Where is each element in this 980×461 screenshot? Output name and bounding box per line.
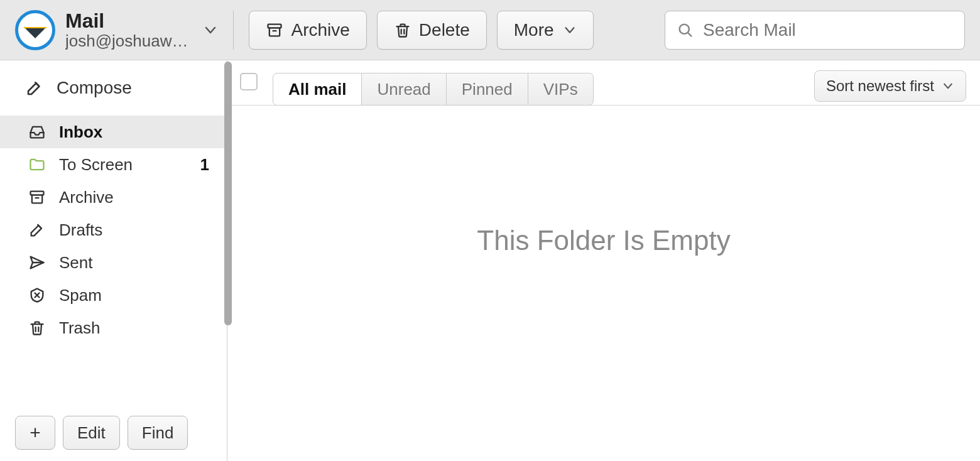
trash-icon bbox=[394, 21, 411, 39]
svg-rect-2 bbox=[31, 192, 44, 195]
sidebar-item-inbox[interactable]: Inbox bbox=[0, 116, 227, 148]
compose-label: Compose bbox=[57, 78, 132, 98]
tab-label: Pinned bbox=[462, 80, 513, 99]
sidebar-item-label: Drafts bbox=[59, 220, 102, 240]
archive-label: Archive bbox=[291, 20, 349, 40]
account-email: josh@joshuaw… bbox=[65, 32, 188, 50]
trash-icon bbox=[28, 319, 46, 337]
divider bbox=[233, 11, 234, 50]
sort-dropdown[interactable]: Sort newest first bbox=[814, 70, 966, 102]
sidebar: Compose Inbox To Screen 1 bbox=[0, 60, 227, 461]
compose-icon bbox=[25, 79, 44, 97]
tab-unread[interactable]: Unread bbox=[361, 73, 446, 106]
search-input[interactable] bbox=[703, 20, 953, 40]
chevron-down-icon bbox=[563, 23, 577, 37]
tab-label: All mail bbox=[288, 80, 346, 99]
filter-tabs: All mail Unread Pinned VIPs bbox=[273, 73, 594, 106]
find-button[interactable]: Find bbox=[128, 416, 188, 450]
sent-icon bbox=[28, 254, 46, 271]
archive-icon bbox=[266, 21, 283, 39]
empty-state: This Folder Is Empty bbox=[227, 106, 980, 461]
sidebar-item-trash[interactable]: Trash bbox=[0, 312, 227, 344]
edit-label: Edit bbox=[77, 423, 106, 443]
folder-icon bbox=[28, 156, 46, 173]
scrollbar-thumb[interactable] bbox=[224, 62, 232, 325]
spam-icon bbox=[28, 286, 46, 304]
chevron-down-icon bbox=[942, 80, 954, 92]
tab-all-mail[interactable]: All mail bbox=[273, 73, 362, 106]
more-label: More bbox=[514, 20, 554, 40]
tab-vips[interactable]: VIPs bbox=[528, 73, 594, 106]
find-label: Find bbox=[142, 423, 174, 443]
drafts-icon bbox=[28, 221, 46, 239]
empty-message: This Folder Is Empty bbox=[477, 225, 730, 256]
sidebar-item-badge: 1 bbox=[200, 155, 209, 175]
more-button[interactable]: More bbox=[497, 11, 594, 50]
sidebar-footer: + Edit Find bbox=[0, 406, 227, 461]
sidebar-item-label: Spam bbox=[59, 286, 102, 305]
tab-label: Unread bbox=[377, 80, 430, 99]
sidebar-item-sent[interactable]: Sent bbox=[0, 246, 227, 279]
sidebar-item-label: Sent bbox=[59, 253, 93, 273]
account-switcher[interactable]: Mail josh@joshuaw… bbox=[15, 10, 218, 50]
sidebar-item-to-screen[interactable]: To Screen 1 bbox=[0, 148, 227, 181]
top-bar: Mail josh@joshuaw… Archive Delete More bbox=[0, 0, 980, 60]
app-title: Mail bbox=[65, 10, 188, 32]
edit-button[interactable]: Edit bbox=[63, 416, 120, 450]
add-folder-button[interactable]: + bbox=[15, 416, 55, 450]
archive-icon bbox=[28, 188, 46, 206]
nav-list: Inbox To Screen 1 Archive Draf bbox=[0, 116, 227, 344]
sort-label: Sort newest first bbox=[826, 77, 934, 95]
envelope-icon bbox=[24, 27, 46, 38]
account-text: Mail josh@joshuaw… bbox=[65, 10, 188, 50]
select-all-checkbox[interactable] bbox=[240, 73, 258, 90]
search-icon bbox=[677, 21, 694, 39]
search-box[interactable] bbox=[665, 11, 965, 50]
sidebar-item-label: To Screen bbox=[59, 155, 133, 175]
delete-label: Delete bbox=[419, 20, 470, 40]
app-icon bbox=[15, 10, 55, 50]
sidebar-item-label: Trash bbox=[59, 318, 101, 338]
delete-button[interactable]: Delete bbox=[377, 11, 487, 50]
inbox-icon bbox=[28, 123, 46, 141]
tab-pinned[interactable]: Pinned bbox=[446, 73, 528, 106]
sidebar-item-label: Inbox bbox=[59, 122, 102, 142]
filter-bar: All mail Unread Pinned VIPs Sort newest … bbox=[227, 67, 980, 106]
plus-icon: + bbox=[30, 422, 41, 443]
tab-label: VIPs bbox=[543, 80, 578, 99]
sidebar-item-archive[interactable]: Archive bbox=[0, 181, 227, 214]
svg-rect-0 bbox=[268, 24, 281, 28]
archive-button[interactable]: Archive bbox=[249, 11, 366, 50]
chevron-down-icon bbox=[203, 23, 218, 38]
main: Compose Inbox To Screen 1 bbox=[0, 60, 980, 461]
message-pane: All mail Unread Pinned VIPs Sort newest … bbox=[227, 60, 980, 461]
sidebar-item-drafts[interactable]: Drafts bbox=[0, 214, 227, 246]
scrollbar-track[interactable] bbox=[223, 60, 232, 461]
sidebar-item-spam[interactable]: Spam bbox=[0, 279, 227, 312]
compose-button[interactable]: Compose bbox=[0, 60, 227, 116]
sidebar-item-label: Archive bbox=[59, 188, 114, 207]
